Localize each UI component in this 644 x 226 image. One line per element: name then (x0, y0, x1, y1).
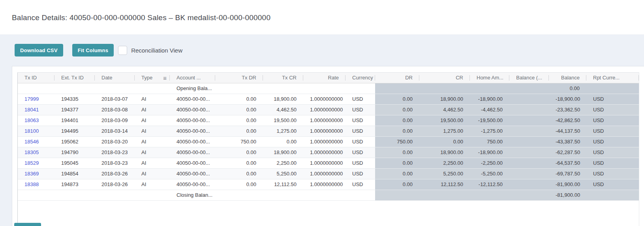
toolbar: Download CSV Fit Columns Reconciliation … (15, 44, 182, 56)
cell-rpt-curr: USD (586, 158, 639, 168)
horizontal-scrollbar-thumb[interactable] (14, 223, 41, 226)
cell-account: 40050-00-00... (170, 158, 215, 168)
cell-tx-cr: 5,250.00 (263, 169, 303, 179)
column-header-tx-id[interactable]: Tx ID (18, 73, 54, 83)
cell-rpt-curr: USD (586, 115, 639, 126)
cell-home-am: -5,250.00 (470, 169, 509, 179)
column-header-label: Tx CR (282, 75, 297, 81)
transaction-row[interactable]: 179991943352018-03-07AI40050-00-00...0.0… (18, 94, 639, 105)
cell-balance: -18,900.00 (549, 94, 586, 104)
column-header-balance-c[interactable]: Balance (... (509, 73, 549, 83)
cell-tx-dr: 0.00 (215, 158, 263, 168)
cell-balance: -81,900.00 (549, 190, 586, 200)
column-header-type[interactable]: Type≡ (135, 73, 170, 83)
cell-account: 40050-00-00... (170, 137, 215, 147)
reconciliation-view-checkbox[interactable] (118, 46, 127, 55)
cell-account: Opening Bala... (170, 83, 215, 94)
cell-balance-c (509, 137, 549, 147)
cell-home-am: -1,275.00 (470, 126, 509, 136)
cell-home-am: -18,900.00 (470, 94, 509, 104)
transaction-row[interactable]: 183691948542018-03-26AI40050-00-00...0.0… (18, 169, 639, 179)
transaction-row[interactable]: 181001944952018-03-14AI40050-00-00...0.0… (18, 126, 639, 137)
cell-balance-c (509, 94, 549, 104)
transaction-row[interactable]: 180411943772018-03-08AI40050-00-00...0.0… (18, 105, 639, 115)
column-header-rpt-curr[interactable]: Rpt Curre... (586, 73, 639, 83)
cell-cr: 5,250.00 (419, 169, 470, 179)
column-header-label: DR (405, 75, 413, 81)
cell-cr: 4,462.50 (419, 105, 470, 115)
tx-id-link[interactable]: 18305 (18, 147, 54, 158)
cell-tx-cr (263, 83, 303, 94)
cell-rate: 1.0000000000 (303, 169, 345, 179)
cell-rate (303, 83, 345, 94)
column-header-rate[interactable]: Rate (303, 73, 345, 83)
column-menu-icon[interactable]: ≡ (163, 75, 167, 81)
column-header-account[interactable]: Account ... (170, 73, 215, 83)
cell-account: 40050-00-00... (170, 179, 215, 190)
column-header-tx-dr[interactable]: Tx DR (215, 73, 263, 83)
tx-id-link[interactable]: 18041 (18, 105, 54, 115)
cell-rate (303, 190, 345, 200)
column-header-tx-cr[interactable]: Tx CR (263, 73, 303, 83)
cell-balance: -62,287.50 (549, 147, 586, 158)
column-header-currency[interactable]: Currency (345, 73, 375, 83)
tx-id-link[interactable]: 18529 (18, 158, 54, 168)
cell-cr: 19,500.00 (419, 115, 470, 126)
tx-id-link[interactable]: 18369 (18, 169, 54, 179)
cell-currency (345, 83, 375, 94)
cell-tx-id (18, 83, 54, 94)
fit-columns-button[interactable]: Fit Columns (72, 44, 114, 56)
cell-balance: -42,862.50 (549, 115, 586, 126)
transaction-row[interactable]: 183051947902018-03-23AI40050-00-00...0.0… (18, 147, 639, 158)
closing-balance-row[interactable]: Closing Balan...-81,900.00 (18, 190, 639, 201)
cell-account: 40050-00-00... (170, 105, 215, 115)
cell-rate: 1.0000000000 (303, 147, 345, 158)
cell-rpt-curr: USD (586, 169, 639, 179)
cell-balance-c (509, 179, 549, 190)
cell-balance-c (509, 83, 549, 94)
cell-tx-dr (215, 190, 263, 200)
cell-account: 40050-00-00... (170, 126, 215, 136)
column-header-label: Tx ID (24, 75, 37, 81)
tx-id-link[interactable]: 18100 (18, 126, 54, 136)
cell-date: 2018-03-14 (95, 126, 135, 136)
cell-currency: USD (345, 94, 375, 104)
tx-id-link[interactable]: 18546 (18, 137, 54, 147)
cell-currency: USD (345, 137, 375, 147)
cell-currency: USD (345, 179, 375, 190)
cell-balance-c (509, 115, 549, 126)
cell-cr: 18,900.00 (419, 147, 470, 158)
cell-currency: USD (345, 169, 375, 179)
cell-tx-dr: 0.00 (215, 94, 263, 104)
cell-type: AI (135, 179, 170, 190)
cell-date: 2018-03-26 (95, 179, 135, 190)
tx-id-link[interactable]: 18063 (18, 115, 54, 126)
cell-tx-dr: 0.00 (215, 179, 263, 190)
opening-balance-row[interactable]: Opening Bala...0.00 (18, 83, 639, 94)
cell-cr (419, 83, 470, 94)
column-header-home-am[interactable]: Home Am... (470, 73, 509, 83)
cell-home-am: -19,500.00 (470, 115, 509, 126)
cell-ext-tx-id: 194790 (54, 147, 95, 158)
column-header-ext-tx-id[interactable]: Ext. Tx ID (54, 73, 95, 83)
column-header-balance[interactable]: Balance (549, 73, 586, 83)
column-header-label: Home Am... (477, 75, 503, 81)
transaction-row[interactable]: 180631944012018-03-09AI40050-00-00...0.0… (18, 115, 639, 126)
page-title: Balance Details: 40050-00-000-000000 Sal… (12, 13, 270, 22)
cell-rpt-curr: USD (586, 179, 639, 190)
cell-tx-cr: 0.00 (263, 137, 303, 147)
transaction-row[interactable]: 185291950452018-03-23AI40050-00-00...0.0… (18, 158, 639, 169)
cell-dr: 0.00 (375, 179, 419, 190)
transaction-row[interactable]: 185461950622018-03-20AI40050-00-00...750… (18, 137, 639, 147)
column-header-date[interactable]: Date (95, 73, 135, 83)
cell-ext-tx-id: 195045 (54, 158, 95, 168)
download-csv-button[interactable]: Download CSV (15, 44, 63, 56)
transaction-row[interactable]: 183881948732018-03-26AI40050-00-00...0.0… (18, 179, 639, 190)
tx-id-link[interactable]: 17999 (18, 94, 54, 104)
cell-home-am: -18,900.00 (470, 147, 509, 158)
column-header-label: Rpt Curre... (593, 75, 620, 81)
column-header-cr[interactable]: CR (419, 73, 470, 83)
cell-balance-c (509, 105, 549, 115)
tx-id-link[interactable]: 18388 (18, 179, 54, 190)
column-header-dr[interactable]: DR (375, 73, 419, 83)
